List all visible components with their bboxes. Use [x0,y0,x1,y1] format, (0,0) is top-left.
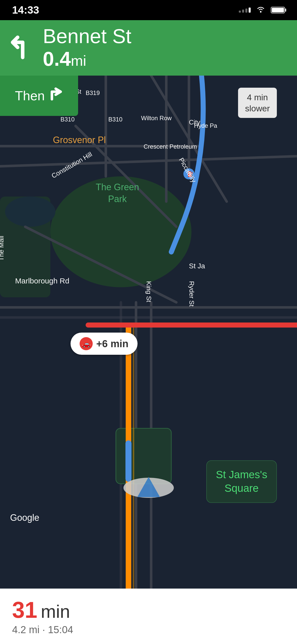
nav-info: Bennet St 0.4mi [43,25,131,71]
eta-minutes-number: 31 [12,597,37,623]
svg-point-8 [5,197,55,227]
signal-icon [239,8,251,13]
eta-separator: · [42,624,48,635]
then-box: Then [0,76,78,116]
status-time: 14:33 [12,4,39,16]
delay-badge: 🚗 +6 min [71,333,138,355]
arrow-oval [123,478,174,498]
slower-line2: slower [245,103,270,114]
eta-distance: 4.2 mi [12,624,40,635]
map-area[interactable]: ⛽ 4 min slower Lane St Logan Ln B319 Bel… [0,76,297,589]
turn-arrow-icon [10,32,35,63]
nav-distance-unit: mi [71,52,86,69]
square-line1: St James's [216,468,267,482]
svg-rect-5 [0,76,297,589]
delay-text: +6 min [96,338,128,349]
then-turn-icon [49,87,63,105]
nav-distance-number: 0.4 [43,48,71,70]
svg-rect-22 [116,428,171,484]
location-arrow [123,478,174,498]
eta-minutes-label: min [41,601,70,622]
nav-distance: 0.4mi [43,47,131,71]
status-bar: 14:33 [0,0,297,20]
google-watermark: Google [10,512,39,523]
eta-arrival: 15:04 [48,624,73,635]
car-icon: 🚗 [80,337,93,350]
svg-point-6 [50,176,191,287]
slower-tooltip: 4 min slower [238,88,277,118]
slower-line1: 4 min [245,92,270,103]
wifi-icon [256,5,266,15]
bottom-panel: 31 min 4.2 mi · 15:04 [0,589,297,644]
svg-point-0 [260,11,261,13]
nav-street: Bennet St [43,25,131,47]
svg-text:⛽: ⛽ [187,171,194,177]
nav-header: Bennet St 0.4mi [0,20,297,76]
status-icons [239,5,285,15]
eta-details: 4.2 mi · 15:04 [12,624,285,635]
arrow-triangle-icon [137,477,160,497]
square-line2: Square [216,481,267,495]
battery-icon [271,7,285,13]
square-label: St James's Square [206,460,277,503]
then-label: Then [15,88,45,103]
eta-row: 31 min [12,597,285,623]
